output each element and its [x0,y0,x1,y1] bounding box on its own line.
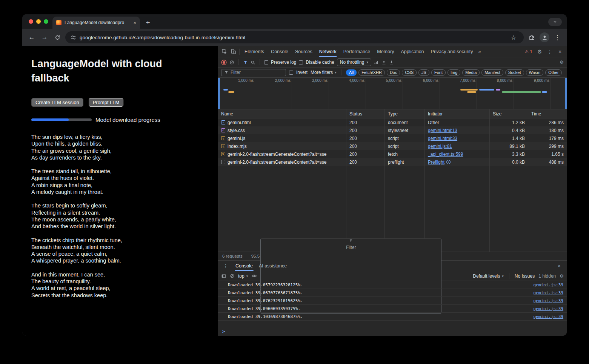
devtools-tab[interactable]: Network [316,46,340,57]
request-type-chip[interactable]: Wasm [526,69,544,76]
new-tab-button[interactable]: + [143,18,153,28]
request-type-chip[interactable]: Fetch/XHR [358,69,385,76]
table-column-header[interactable]: Name [218,109,346,118]
overview-handle-left[interactable] [218,78,220,109]
browser-menu-icon[interactable]: ⋮ [552,32,562,42]
network-conditions-icon[interactable] [374,60,379,65]
close-drawer-icon[interactable]: × [555,261,564,270]
devtools-tab[interactable]: Privacy and security [428,46,477,57]
log-levels-dropdown[interactable]: Default levels ▾ [473,273,504,279]
network-request-row[interactable]: gemini.js 200 script gemini.html:33 1.4 … [218,134,567,142]
console-context-dropdown[interactable]: top ▾ [238,273,248,279]
more-tabs-icon[interactable]: » [476,49,483,54]
network-overview-timeline[interactable]: 1,000 ms 2,000 ms 3,000 ms 4,000 ms 5,00… [218,78,567,109]
table-column-header[interactable]: Type [385,109,425,118]
network-request-row[interactable]: gemini-2.0-flash:streamGenerateContent?a… [218,158,567,166]
log-source-link[interactable]: gemini.js:39 [534,314,563,319]
request-type-chip[interactable]: All [346,69,357,76]
console-prompt[interactable]: > [218,327,567,336]
devtools-tab[interactable]: Console [268,46,292,57]
preserve-log-label[interactable]: Preserve log [271,60,296,65]
request-type-chip[interactable]: Doc [387,69,400,76]
clear-network-log-icon[interactable] [229,60,234,65]
network-filter-input[interactable]: Filter [221,69,286,76]
drawer-tab[interactable]: Console [232,261,256,271]
request-type-chip[interactable]: JS [418,69,429,76]
hidden-messages-count[interactable]: 1 hidden [538,273,556,279]
prompt-llm-button[interactable]: Prompt LLM [89,98,124,107]
tab-close-icon[interactable]: × [133,20,136,25]
tab-search-button[interactable] [548,18,562,26]
export-har-icon[interactable] [389,60,394,65]
extensions-icon[interactable] [527,32,537,42]
address-bar[interactable]: googlechrome.github.io/samples/downloadi… [65,31,524,43]
log-source-link[interactable]: gemini.js:39 [534,290,563,295]
devtools-tab[interactable]: Application [397,46,427,57]
request-initiator[interactable]: Preflight [428,160,444,165]
maximize-window-button[interactable] [44,19,48,24]
eye-icon[interactable] [251,273,257,279]
devtools-tab[interactable]: Memory [374,46,397,57]
request-initiator[interactable]: gemini.html:13 [428,128,457,133]
devtools-menu-icon[interactable]: ⋮ [545,47,554,56]
browser-tab[interactable]: LanguageModel downloadpro × [52,17,140,29]
request-type-chip[interactable]: Other [545,69,562,76]
record-network-log-button[interactable] [223,61,225,64]
request-initiator[interactable]: gemini.html:33 [428,136,457,141]
more-filters-dropdown[interactable]: More filters ▾ [311,70,337,75]
info-icon[interactable]: i [446,160,451,164]
create-llm-session-button[interactable]: Create LLM session [31,98,83,107]
devtools-settings-icon[interactable]: ⚙ [535,47,544,56]
network-request-row[interactable]: style.css 200 stylesheet gemini.html:13 … [218,126,567,134]
log-source-link[interactable]: gemini.js:39 [534,283,563,287]
request-type-chip[interactable]: Media [462,69,480,76]
table-column-header[interactable]: Status [346,109,385,118]
request-type-chip[interactable]: Font [431,69,446,76]
table-column-header[interactable]: Initiator [425,109,490,118]
close-window-button[interactable] [29,19,33,24]
network-settings-icon[interactable]: ⚙ [560,60,564,65]
table-column-header[interactable]: Time [528,109,567,118]
console-settings-icon[interactable]: ⚙ [560,273,564,279]
devtools-close-icon[interactable]: × [555,47,564,56]
request-type-chip[interactable]: Socket [505,69,524,76]
forward-button[interactable]: → [40,32,49,42]
request-initiator[interactable]: Other [428,120,439,125]
overview-handle-right[interactable] [565,78,567,109]
devtools-tab[interactable]: Elements [241,46,268,57]
request-type-chip[interactable]: Manifest [481,69,503,76]
issues-counter[interactable]: No Issues [515,273,535,279]
network-request-row[interactable]: gemini.html 200 document Other 1.2 kB 28… [218,118,567,126]
inspect-element-icon[interactable] [220,47,229,56]
filter-toggle-icon[interactable] [243,60,248,65]
devtools-tab[interactable]: Sources [292,46,316,57]
disable-cache-label[interactable]: Disable cache [306,60,334,65]
request-type-chip[interactable]: Img [448,69,460,76]
throttling-dropdown[interactable]: No throttling ▾ [337,58,371,66]
request-initiator[interactable]: gemini.js:81 [428,144,452,149]
request-type-chip[interactable]: CSS [402,69,417,76]
drawer-tab[interactable]: AI assistance [256,261,290,271]
network-request-row[interactable]: index.mjs 200 script gemini.js:81 89.1 k… [218,142,567,150]
request-initiator[interactable]: _api_client.ts:599 [428,152,463,157]
disable-cache-checkbox[interactable] [299,60,303,65]
bookmark-star-icon[interactable]: ☆ [509,32,518,42]
minimize-window-button[interactable] [36,19,41,24]
site-info-icon[interactable] [71,35,76,40]
clear-console-icon[interactable] [230,273,235,278]
log-source-link[interactable]: gemini.js:39 [534,306,563,311]
preserve-log-checkbox[interactable] [264,60,268,65]
invert-checkbox[interactable] [289,71,293,75]
error-badge[interactable]: ⚠ 1 [523,49,534,54]
console-sidebar-icon[interactable] [221,273,226,279]
log-source-link[interactable]: gemini.js:39 [534,298,563,303]
profile-avatar[interactable] [540,32,549,42]
drawer-menu-icon[interactable]: ⋮ [221,261,230,270]
invert-label[interactable]: Invert [296,70,308,75]
search-icon[interactable] [251,60,255,65]
network-request-row[interactable]: gemini-2.0-flash:streamGenerateContent?a… [218,150,567,158]
table-column-header[interactable]: Size [490,109,528,118]
back-button[interactable]: ← [27,32,37,42]
devtools-tab[interactable]: Performance [340,46,374,57]
device-toolbar-icon[interactable] [229,47,238,56]
